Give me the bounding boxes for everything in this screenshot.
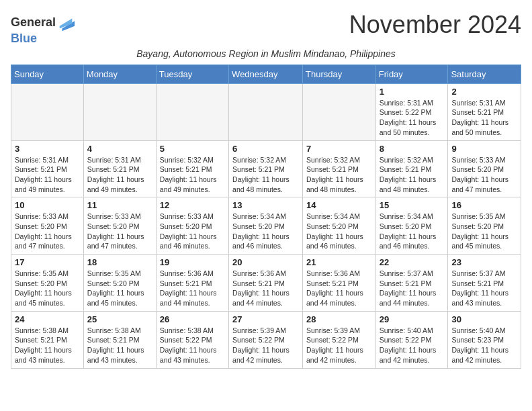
day-number: 4 bbox=[87, 144, 152, 154]
day-number: 11 bbox=[87, 200, 152, 210]
day-number: 15 bbox=[380, 200, 445, 210]
day-info: Sunrise: 5:32 AM Sunset: 5:21 PM Dayligh… bbox=[306, 155, 372, 195]
calendar-cell: 10Sunrise: 5:33 AM Sunset: 5:20 PM Dayli… bbox=[11, 197, 84, 255]
calendar-cell bbox=[303, 83, 376, 140]
logo-blue: Blue bbox=[11, 32, 76, 46]
calendar-cell: 24Sunrise: 5:38 AM Sunset: 5:21 PM Dayli… bbox=[11, 311, 84, 368]
day-info: Sunrise: 5:37 AM Sunset: 5:21 PM Dayligh… bbox=[380, 269, 445, 308]
day-number: 24 bbox=[15, 314, 80, 324]
day-number: 9 bbox=[451, 144, 517, 154]
day-number: 16 bbox=[451, 200, 517, 210]
day-info: Sunrise: 5:38 AM Sunset: 5:22 PM Dayligh… bbox=[160, 326, 225, 365]
calendar-cell: 28Sunrise: 5:39 AM Sunset: 5:22 PM Dayli… bbox=[303, 311, 376, 368]
calendar-cell: 11Sunrise: 5:33 AM Sunset: 5:20 PM Dayli… bbox=[83, 197, 156, 255]
calendar-cell: 1Sunrise: 5:31 AM Sunset: 5:22 PM Daylig… bbox=[375, 83, 448, 140]
day-info: Sunrise: 5:31 AM Sunset: 5:21 PM Dayligh… bbox=[15, 155, 80, 195]
day-info: Sunrise: 5:34 AM Sunset: 5:20 PM Dayligh… bbox=[306, 212, 372, 251]
day-info: Sunrise: 5:34 AM Sunset: 5:20 PM Dayligh… bbox=[380, 212, 445, 251]
day-number: 23 bbox=[451, 257, 517, 267]
day-number: 29 bbox=[380, 314, 445, 324]
weekday-header: Friday bbox=[375, 64, 448, 83]
day-number: 25 bbox=[87, 314, 152, 324]
day-info: Sunrise: 5:39 AM Sunset: 5:22 PM Dayligh… bbox=[306, 326, 372, 365]
day-number: 5 bbox=[160, 144, 225, 154]
day-number: 26 bbox=[160, 314, 225, 324]
calendar-cell: 20Sunrise: 5:36 AM Sunset: 5:21 PM Dayli… bbox=[229, 255, 303, 312]
calendar: SundayMondayTuesdayWednesdayThursdayFrid… bbox=[11, 64, 521, 369]
calendar-cell: 2Sunrise: 5:31 AM Sunset: 5:21 PM Daylig… bbox=[448, 83, 521, 140]
calendar-cell: 19Sunrise: 5:36 AM Sunset: 5:21 PM Dayli… bbox=[156, 255, 228, 312]
day-info: Sunrise: 5:32 AM Sunset: 5:21 PM Dayligh… bbox=[380, 155, 445, 195]
logo-text: General bbox=[11, 16, 56, 30]
calendar-cell bbox=[11, 83, 84, 140]
calendar-cell: 5Sunrise: 5:32 AM Sunset: 5:21 PM Daylig… bbox=[156, 140, 228, 197]
day-number: 10 bbox=[15, 200, 80, 210]
calendar-header-row: SundayMondayTuesdayWednesdayThursdayFrid… bbox=[11, 64, 521, 83]
day-number: 17 bbox=[15, 257, 80, 267]
day-number: 20 bbox=[232, 257, 299, 267]
calendar-cell: 13Sunrise: 5:34 AM Sunset: 5:20 PM Dayli… bbox=[229, 197, 303, 255]
day-number: 14 bbox=[306, 200, 372, 210]
calendar-cell: 12Sunrise: 5:33 AM Sunset: 5:20 PM Dayli… bbox=[156, 197, 228, 255]
day-info: Sunrise: 5:39 AM Sunset: 5:22 PM Dayligh… bbox=[232, 326, 299, 365]
calendar-cell: 27Sunrise: 5:39 AM Sunset: 5:22 PM Dayli… bbox=[229, 311, 303, 368]
day-number: 6 bbox=[232, 144, 299, 154]
day-info: Sunrise: 5:31 AM Sunset: 5:22 PM Dayligh… bbox=[380, 98, 445, 138]
calendar-cell: 4Sunrise: 5:31 AM Sunset: 5:21 PM Daylig… bbox=[83, 140, 156, 197]
day-info: Sunrise: 5:40 AM Sunset: 5:23 PM Dayligh… bbox=[451, 326, 517, 365]
calendar-week-row: 3Sunrise: 5:31 AM Sunset: 5:21 PM Daylig… bbox=[11, 140, 521, 197]
calendar-cell: 16Sunrise: 5:35 AM Sunset: 5:20 PM Dayli… bbox=[448, 197, 521, 255]
day-info: Sunrise: 5:38 AM Sunset: 5:21 PM Dayligh… bbox=[87, 326, 152, 365]
calendar-cell: 21Sunrise: 5:36 AM Sunset: 5:21 PM Dayli… bbox=[303, 255, 376, 312]
day-number: 2 bbox=[451, 87, 517, 97]
day-number: 27 bbox=[232, 314, 299, 324]
day-info: Sunrise: 5:34 AM Sunset: 5:20 PM Dayligh… bbox=[232, 212, 299, 251]
month-title: November 2024 bbox=[349, 11, 521, 39]
day-number: 28 bbox=[306, 314, 372, 324]
day-number: 19 bbox=[160, 257, 225, 267]
weekday-header: Thursday bbox=[303, 64, 376, 83]
day-number: 3 bbox=[15, 144, 80, 154]
calendar-cell: 9Sunrise: 5:33 AM Sunset: 5:20 PM Daylig… bbox=[448, 140, 521, 197]
calendar-cell: 8Sunrise: 5:32 AM Sunset: 5:21 PM Daylig… bbox=[375, 140, 448, 197]
calendar-cell: 18Sunrise: 5:35 AM Sunset: 5:20 PM Dayli… bbox=[83, 255, 156, 312]
weekday-header: Wednesday bbox=[229, 64, 303, 83]
calendar-week-row: 1Sunrise: 5:31 AM Sunset: 5:22 PM Daylig… bbox=[11, 83, 521, 140]
calendar-cell bbox=[229, 83, 303, 140]
logo-icon bbox=[57, 13, 76, 32]
calendar-cell: 29Sunrise: 5:40 AM Sunset: 5:22 PM Dayli… bbox=[375, 311, 448, 368]
weekday-header: Sunday bbox=[11, 64, 84, 83]
day-info: Sunrise: 5:35 AM Sunset: 5:20 PM Dayligh… bbox=[15, 269, 80, 308]
day-number: 7 bbox=[306, 144, 372, 154]
day-info: Sunrise: 5:31 AM Sunset: 5:21 PM Dayligh… bbox=[451, 98, 517, 138]
calendar-cell: 26Sunrise: 5:38 AM Sunset: 5:22 PM Dayli… bbox=[156, 311, 228, 368]
calendar-cell: 6Sunrise: 5:32 AM Sunset: 5:21 PM Daylig… bbox=[229, 140, 303, 197]
day-info: Sunrise: 5:32 AM Sunset: 5:21 PM Dayligh… bbox=[232, 155, 299, 195]
calendar-cell: 23Sunrise: 5:37 AM Sunset: 5:21 PM Dayli… bbox=[448, 255, 521, 312]
day-info: Sunrise: 5:37 AM Sunset: 5:21 PM Dayligh… bbox=[451, 269, 517, 308]
day-number: 13 bbox=[232, 200, 299, 210]
calendar-cell: 7Sunrise: 5:32 AM Sunset: 5:21 PM Daylig… bbox=[303, 140, 376, 197]
day-info: Sunrise: 5:36 AM Sunset: 5:21 PM Dayligh… bbox=[306, 269, 372, 308]
day-number: 8 bbox=[380, 144, 445, 154]
calendar-cell bbox=[83, 83, 156, 140]
day-info: Sunrise: 5:33 AM Sunset: 5:20 PM Dayligh… bbox=[160, 212, 225, 251]
day-info: Sunrise: 5:33 AM Sunset: 5:20 PM Dayligh… bbox=[87, 212, 152, 251]
day-info: Sunrise: 5:32 AM Sunset: 5:21 PM Dayligh… bbox=[160, 155, 225, 195]
subtitle: Bayang, Autonomous Region in Muslim Mind… bbox=[11, 48, 521, 59]
calendar-cell: 17Sunrise: 5:35 AM Sunset: 5:20 PM Dayli… bbox=[11, 255, 84, 312]
day-number: 12 bbox=[160, 200, 225, 210]
page-header: General Blue November 2024 bbox=[11, 11, 521, 46]
day-info: Sunrise: 5:36 AM Sunset: 5:21 PM Dayligh… bbox=[232, 269, 299, 308]
weekday-header: Tuesday bbox=[156, 64, 228, 83]
calendar-cell: 15Sunrise: 5:34 AM Sunset: 5:20 PM Dayli… bbox=[375, 197, 448, 255]
day-info: Sunrise: 5:33 AM Sunset: 5:20 PM Dayligh… bbox=[451, 155, 517, 195]
day-info: Sunrise: 5:36 AM Sunset: 5:21 PM Dayligh… bbox=[160, 269, 225, 308]
day-number: 1 bbox=[380, 87, 445, 97]
day-number: 18 bbox=[87, 257, 152, 267]
weekday-header: Monday bbox=[83, 64, 156, 83]
day-number: 30 bbox=[451, 314, 517, 324]
calendar-week-row: 17Sunrise: 5:35 AM Sunset: 5:20 PM Dayli… bbox=[11, 255, 521, 312]
day-info: Sunrise: 5:35 AM Sunset: 5:20 PM Dayligh… bbox=[87, 269, 152, 308]
calendar-week-row: 24Sunrise: 5:38 AM Sunset: 5:21 PM Dayli… bbox=[11, 311, 521, 368]
